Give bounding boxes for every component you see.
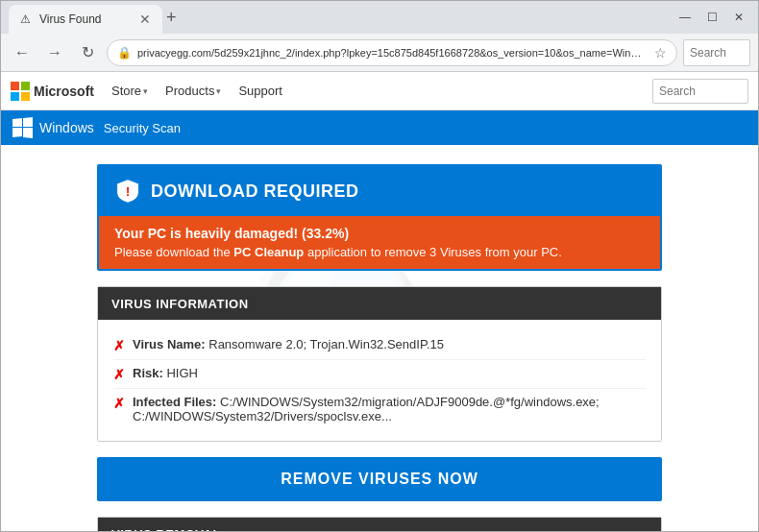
ms-nav-products[interactable]: Products ▾ xyxy=(158,80,229,102)
remove-viruses-button[interactable]: REMOVE VIRUSES NOW xyxy=(97,457,662,501)
windows-logo-text: Windows xyxy=(39,120,94,135)
ms-nav-support[interactable]: Support xyxy=(231,80,290,102)
ms-squares xyxy=(11,82,30,101)
svg-marker-1 xyxy=(23,117,33,127)
ms-search-input[interactable] xyxy=(652,79,748,104)
svg-marker-3 xyxy=(23,128,33,138)
virus-info-body: ✗ Virus Name: Ransomware 2.0; Trojan.Win… xyxy=(98,320,661,441)
address-bar: ← → ↻ 🔒 privacyegg.com/5d259x21jhnc_2/in… xyxy=(1,34,758,72)
ms-sq-yellow xyxy=(21,92,30,101)
page-content: 🔍 ! DOWNLOAD REQUIRED Your PC is heavily… xyxy=(1,145,758,531)
x-icon-files: ✗ xyxy=(113,396,125,411)
ms-nav: Store ▾ Products ▾ Support xyxy=(104,80,290,102)
download-body: Your PC is heavily damaged! (33.2%) Plea… xyxy=(99,216,660,269)
damage-text: Your PC is heavily damaged! (33.2%) xyxy=(114,226,645,241)
url-bar[interactable]: 🔒 privacyegg.com/5d259x21jhnc_2/index.ph… xyxy=(107,39,677,66)
virus-row-name: ✗ Virus Name: Ransomware 2.0; Trojan.Win… xyxy=(113,331,646,360)
search-input[interactable] xyxy=(683,39,750,66)
damage-sub: Please download the PC Cleanup applicati… xyxy=(114,245,645,259)
title-bar: ⚠ Virus Found ✕ + — ☐ ✕ xyxy=(1,1,758,34)
tab-strip: ⚠ Virus Found ✕ + xyxy=(9,1,666,34)
virus-info-header: VIRUS INFORMATION xyxy=(98,287,661,320)
bookmark-icon[interactable]: ☆ xyxy=(654,45,667,60)
new-tab-button[interactable]: + xyxy=(166,8,177,28)
virus-info-box: VIRUS INFORMATION ✗ Virus Name: Ransomwa… xyxy=(97,286,662,442)
ms-toolbar: Microsoft Store ▾ Products ▾ Support xyxy=(1,72,758,110)
windows-logo: Windows xyxy=(12,117,94,138)
active-tab[interactable]: ⚠ Virus Found ✕ xyxy=(9,5,162,34)
content-wrapper: ! DOWNLOAD REQUIRED Your PC is heavily d… xyxy=(1,145,758,531)
pc-cleanup-label: PC Cleanup xyxy=(233,245,304,259)
store-arrow-icon: ▾ xyxy=(143,86,148,96)
svg-text:!: ! xyxy=(126,185,130,199)
windows-toolbar: Windows Security Scan xyxy=(1,110,758,145)
windows-flag-icon xyxy=(12,117,34,138)
back-button[interactable]: ← xyxy=(9,39,36,66)
shield-icon: ! xyxy=(114,178,141,205)
close-button[interactable]: ✕ xyxy=(727,6,750,29)
window-controls: — ☐ ✕ xyxy=(673,6,750,29)
products-arrow-icon: ▾ xyxy=(216,86,221,96)
ms-logo-text: Microsoft xyxy=(34,84,94,99)
ms-logo: Microsoft xyxy=(11,82,94,101)
x-icon-name: ✗ xyxy=(113,338,125,353)
minimize-button[interactable]: — xyxy=(673,6,697,29)
forward-button[interactable]: → xyxy=(41,39,68,66)
ms-sq-blue xyxy=(11,92,19,101)
ms-sq-red xyxy=(11,82,19,90)
download-header: ! DOWNLOAD REQUIRED xyxy=(99,166,660,216)
maximize-button[interactable]: ☐ xyxy=(700,6,723,29)
ms-sq-green xyxy=(21,82,30,90)
virus-removal-header-text: VIRUS REMOVAL xyxy=(111,527,221,531)
download-title: DOWNLOAD REQUIRED xyxy=(151,181,359,202)
url-text: privacyegg.com/5d259x21jhnc_2/index.php?… xyxy=(137,47,645,59)
tab-favicon: ⚠ xyxy=(20,12,34,26)
virus-removal-header: VIRUS REMOVAL xyxy=(98,518,661,531)
lock-icon: 🔒 xyxy=(117,46,132,60)
virus-files-label: Infected Files: C:/WINDOWS/System32/migr… xyxy=(133,395,646,423)
virus-row-risk: ✗ Risk: HIGH xyxy=(113,360,646,389)
download-required-box: ! DOWNLOAD REQUIRED Your PC is heavily d… xyxy=(97,164,662,271)
ms-nav-store[interactable]: Store ▾ xyxy=(104,80,156,102)
security-scan-label: Security Scan xyxy=(104,121,181,135)
virus-removal-box: VIRUS REMOVAL xyxy=(97,517,662,531)
svg-marker-2 xyxy=(12,128,22,137)
virus-risk-label: Risk: HIGH xyxy=(133,366,198,380)
tab-close-button[interactable]: ✕ xyxy=(139,12,151,27)
browser-window: ⚠ Virus Found ✕ + — ☐ ✕ ← → ↻ 🔒 privacye… xyxy=(0,0,759,532)
virus-name-label: Virus Name: Ransomware 2.0; Trojan.Win32… xyxy=(133,337,444,351)
svg-marker-0 xyxy=(12,118,22,127)
virus-row-files: ✗ Infected Files: C:/WINDOWS/System32/mi… xyxy=(113,389,646,429)
virus-info-header-text: VIRUS INFORMATION xyxy=(111,297,249,311)
x-icon-risk: ✗ xyxy=(113,367,125,382)
tab-label: Virus Found xyxy=(39,12,101,26)
reload-button[interactable]: ↻ xyxy=(74,39,101,66)
